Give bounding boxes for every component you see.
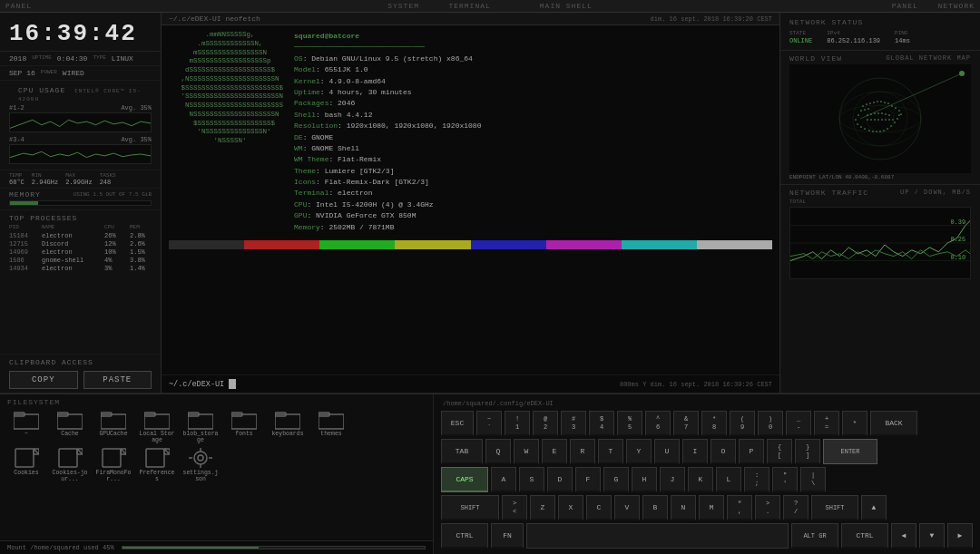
- key[interactable]: :;: [744, 467, 769, 492]
- key[interactable]: ▼: [919, 523, 945, 549]
- key[interactable]: +=: [814, 411, 839, 436]
- key[interactable]: %5: [617, 411, 642, 436]
- key[interactable]: ◀: [891, 523, 916, 549]
- key[interactable]: ?/: [783, 495, 808, 520]
- list-item[interactable]: GPUCache: [94, 408, 132, 443]
- key[interactable]: "': [772, 467, 798, 492]
- list-item[interactable]: themes: [312, 408, 350, 443]
- terminal-prompt: ~/.c/eDEX-UI: [169, 379, 236, 389]
- svg-text:0.39: 0.39: [950, 219, 965, 226]
- key[interactable]: _-: [786, 411, 811, 436]
- key[interactable]: X: [558, 495, 583, 520]
- key[interactable]: [526, 523, 789, 549]
- endpoint-row: ENDPOINT LAT/LON 40.8408,-8.6887: [789, 174, 971, 180]
- date: SEP 16: [9, 69, 35, 77]
- key[interactable]: >.: [755, 495, 780, 520]
- key[interactable]: *: [842, 411, 867, 436]
- key[interactable]: B: [642, 495, 668, 520]
- key[interactable]: )0: [758, 411, 783, 436]
- key[interactable]: R: [570, 439, 595, 464]
- key[interactable]: T: [598, 439, 623, 464]
- key[interactable]: !1: [505, 411, 530, 436]
- key[interactable]: U: [654, 439, 680, 464]
- list-item[interactable]: keyboards: [269, 408, 307, 443]
- list-item[interactable]: fonts: [225, 408, 263, 443]
- list-item[interactable]: Local Storage: [138, 408, 176, 443]
- color-block: [169, 240, 244, 249]
- list-item[interactable]: Preferences: [138, 447, 176, 482]
- keyboard-row: TABQWERTYUIOP{[}]ENTER: [441, 439, 973, 464]
- key[interactable]: ~`: [476, 411, 502, 436]
- filesystem-header: FILESYSTEM: [7, 396, 426, 408]
- key[interactable]: (9: [730, 411, 755, 436]
- key[interactable]: ><: [502, 495, 527, 520]
- key[interactable]: S: [519, 467, 544, 492]
- key[interactable]: D: [547, 467, 573, 492]
- key[interactable]: #3: [561, 411, 586, 436]
- key[interactable]: F: [575, 467, 601, 492]
- list-item[interactable]: FiraMonoFor...: [94, 447, 132, 482]
- key[interactable]: N: [671, 495, 696, 520]
- key[interactable]: M: [699, 495, 724, 520]
- key[interactable]: ALT GR: [791, 523, 838, 549]
- list-item[interactable]: blob_storage: [181, 408, 220, 443]
- key[interactable]: @2: [533, 411, 558, 436]
- key[interactable]: |\: [800, 467, 826, 492]
- terminal-content[interactable]: .mmNNSSSSSg, .mSSSSSSSSSSSSN, mSSSSSSSSS…: [162, 25, 779, 374]
- list-item[interactable]: Cache: [51, 408, 89, 443]
- key[interactable]: ▲: [861, 495, 887, 520]
- key[interactable]: “,: [727, 495, 752, 520]
- copy-button[interactable]: COPY: [9, 371, 78, 389]
- key[interactable]: L: [716, 467, 741, 492]
- key[interactable]: K: [688, 467, 713, 492]
- key[interactable]: ▶: [947, 523, 973, 549]
- key[interactable]: TAB: [441, 439, 483, 464]
- key[interactable]: *8: [701, 411, 727, 436]
- folder-icon: [144, 408, 170, 430]
- key[interactable]: P: [739, 439, 764, 464]
- key[interactable]: &7: [673, 411, 699, 436]
- key[interactable]: G: [603, 467, 629, 492]
- list-item[interactable]: settings.json: [181, 447, 220, 482]
- svg-rect-20: [900, 113, 902, 115]
- key[interactable]: J: [660, 467, 685, 492]
- folder-icon: [57, 408, 83, 430]
- traffic-header: NETWORK TRAFFIC UP / DOWN, MB/S: [789, 189, 971, 197]
- key[interactable]: ENTER: [823, 439, 877, 464]
- key[interactable]: Y: [626, 439, 652, 464]
- key[interactable]: I: [682, 439, 708, 464]
- key[interactable]: H: [632, 467, 657, 492]
- key[interactable]: Q: [485, 439, 511, 464]
- topbar-left: PANEL: [5, 2, 328, 10]
- list-item[interactable]: ~: [7, 408, 45, 443]
- key[interactable]: W: [514, 439, 539, 464]
- key[interactable]: CAPS: [441, 467, 488, 492]
- key[interactable]: SHIFT: [811, 495, 858, 520]
- fs-label: Cookies: [14, 470, 38, 476]
- svg-rect-13: [887, 102, 889, 104]
- key[interactable]: A: [491, 467, 516, 492]
- list-item[interactable]: Cookies: [7, 447, 45, 482]
- key[interactable]: $4: [589, 411, 614, 436]
- paste-button[interactable]: PASTE: [83, 371, 152, 389]
- key[interactable]: CTRL: [441, 523, 488, 549]
- key[interactable]: SHIFT: [441, 495, 499, 520]
- year: 2018: [9, 54, 26, 63]
- key[interactable]: ^6: [645, 411, 671, 436]
- network-label: NETWORK: [937, 2, 975, 10]
- key[interactable]: Z: [530, 495, 555, 520]
- key[interactable]: CTRL: [841, 523, 888, 549]
- key[interactable]: ESC: [441, 411, 474, 436]
- key[interactable]: C: [586, 495, 612, 520]
- key[interactable]: E: [542, 439, 567, 464]
- key[interactable]: FN: [491, 523, 524, 549]
- folder-icon: [101, 408, 126, 430]
- key[interactable]: }]: [795, 439, 820, 464]
- key[interactable]: V: [614, 495, 640, 520]
- key[interactable]: BACK: [870, 411, 917, 436]
- list-item[interactable]: Cookies-jour...: [51, 447, 89, 482]
- clock-display: 16:39:42: [9, 20, 152, 47]
- memory-section: MEMORY USING 1.5 OUT OF 7.5 GiB: [0, 188, 161, 209]
- key[interactable]: {[: [767, 439, 792, 464]
- key[interactable]: O: [710, 439, 736, 464]
